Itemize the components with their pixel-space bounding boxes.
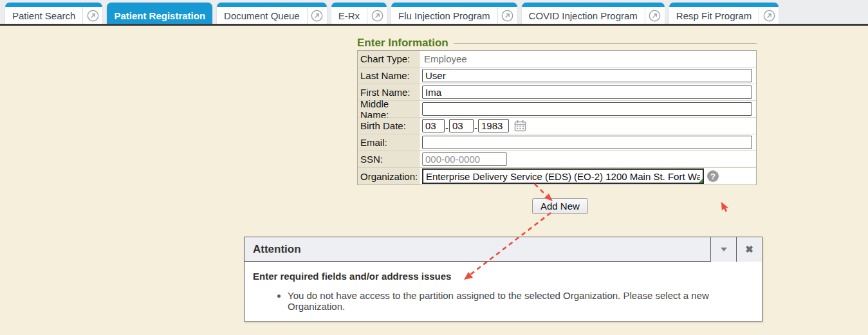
collapse-button[interactable] — [710, 237, 736, 262]
tab-e-rx[interactable]: E-Rx — [331, 3, 387, 24]
birth-date-label: Birth Date: — [358, 118, 420, 134]
help-icon[interactable]: ? — [707, 170, 719, 182]
organization-field[interactable] — [422, 168, 704, 184]
chevron-down-icon — [721, 248, 727, 251]
chart-type-row: Chart Type: Employee — [358, 51, 756, 68]
last-name-label: Last Name: — [358, 68, 420, 84]
last-name-field[interactable] — [422, 69, 752, 82]
tab-flu-injection-program[interactable]: Flu Injection Program — [391, 3, 517, 24]
tab-label: E-Rx — [331, 7, 367, 24]
email-label: Email: — [358, 134, 420, 150]
title-divider — [454, 43, 757, 44]
open-new-window-icon[interactable] — [645, 7, 665, 24]
open-new-window-icon[interactable] — [82, 7, 102, 24]
date-separator: - — [474, 122, 477, 133]
tab-covid-injection-program[interactable]: COVID Injection Program — [522, 3, 665, 24]
birth-month-field[interactable] — [422, 119, 445, 132]
attention-panel: Attention ✖ Enter required fields and/or… — [244, 237, 762, 321]
attention-header: Attention ✖ — [245, 237, 762, 262]
organization-label: Organization: — [358, 168, 420, 185]
middle-name-field[interactable] — [422, 102, 752, 116]
tab-resp-fit-program[interactable]: Resp Fit Program — [669, 3, 779, 24]
tab-label: Document Queue — [217, 7, 307, 24]
middle-name-row: Middle Name: — [358, 101, 756, 118]
middle-name-label: Middle Name: — [358, 101, 420, 117]
email-field[interactable] — [422, 136, 752, 149]
ssn-row: SSN: — [358, 151, 756, 168]
tab-patient-search[interactable]: Patient Search — [5, 3, 102, 24]
autocomplete-corner-marker — [699, 179, 703, 183]
last-name-row: Last Name: — [358, 68, 756, 84]
attention-bullet: You do not have access to the partition … — [288, 290, 752, 312]
patient-registration-screen: Patient Search Patient Registration Docu… — [0, 0, 868, 335]
close-button[interactable]: ✖ — [736, 237, 762, 262]
email-row: Email: — [358, 134, 756, 151]
open-new-window-icon[interactable] — [367, 7, 387, 24]
tab-label: Patient Search — [5, 7, 82, 24]
tab-label: Flu Injection Program — [391, 7, 497, 24]
form-title-bar: Enter Information — [357, 36, 757, 50]
tab-label: Resp Fit Program — [669, 7, 759, 24]
open-new-window-icon[interactable] — [497, 7, 517, 24]
tab-patient-registration[interactable]: Patient Registration — [107, 3, 212, 24]
birth-date-row: Birth Date: - - — [358, 118, 756, 134]
attention-heading: Enter required fields and/or address iss… — [253, 271, 752, 282]
open-new-window-icon[interactable] — [307, 7, 327, 24]
calendar-icon[interactable] — [514, 120, 526, 132]
attention-body: Enter required fields and/or address iss… — [245, 262, 762, 312]
red-cursor-icon — [721, 202, 728, 212]
close-icon: ✖ — [745, 244, 753, 254]
open-new-window-icon[interactable] — [759, 7, 779, 24]
organization-field-wrap — [422, 168, 704, 184]
annotation-arrow-to-add-new — [535, 184, 546, 195]
chart-type-label: Chart Type: — [358, 51, 420, 67]
tab-document-queue[interactable]: Document Queue — [217, 3, 327, 24]
form-table: Chart Type: Employee Last Name: First Na… — [357, 50, 757, 185]
birth-year-field[interactable] — [478, 119, 509, 132]
attention-bullet-list: You do not have access to the partition … — [253, 290, 752, 312]
organization-row: Organization: ? — [358, 168, 756, 185]
tab-label: Patient Registration — [107, 7, 212, 24]
form-title: Enter Information — [357, 37, 448, 50]
first-name-field[interactable] — [422, 86, 752, 99]
attention-title: Attention — [245, 243, 710, 256]
birth-day-field[interactable] — [449, 119, 474, 132]
enter-information-form: Enter Information Chart Type: Employee L… — [357, 36, 757, 185]
add-new-button[interactable]: Add New — [532, 198, 588, 214]
ssn-label: SSN: — [358, 151, 420, 167]
ssn-field[interactable] — [422, 152, 507, 166]
date-separator: - — [445, 122, 448, 133]
tab-bar: Patient Search Patient Registration Docu… — [0, 0, 868, 26]
chart-type-value: Employee — [422, 53, 467, 64]
tab-label: COVID Injection Program — [522, 7, 645, 24]
